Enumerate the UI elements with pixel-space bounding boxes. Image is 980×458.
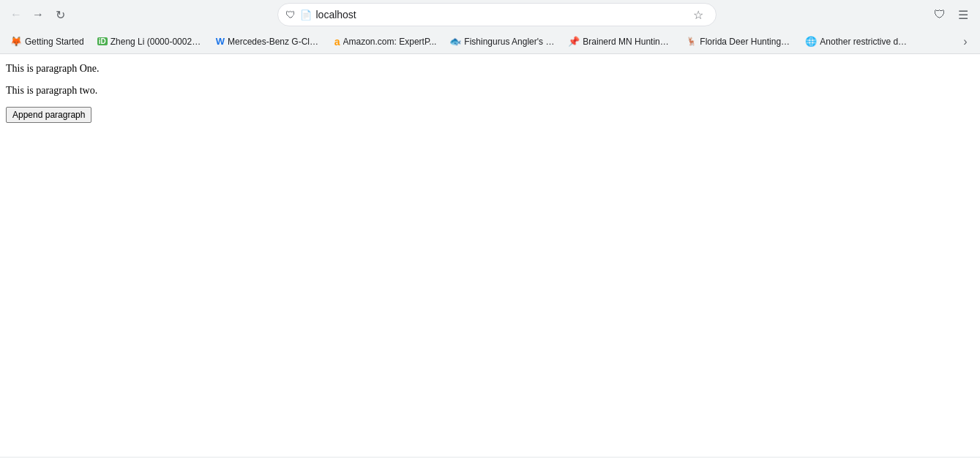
bookmark-label-getting-started: Getting Started — [25, 37, 84, 47]
toolbar-right: 🛡 ☰ — [929, 4, 974, 26]
bookmark-label-florida-deer: Florida Deer Hunting S... — [700, 37, 792, 47]
forward-button[interactable]: → — [28, 4, 48, 25]
address-bar[interactable]: 🛡 📄 ☆ — [277, 3, 717, 26]
bookmark-icon-getting-started: 🦊 — [10, 36, 22, 47]
shield-icon: 🛡 — [285, 9, 296, 20]
refresh-icon: ↻ — [56, 8, 65, 22]
bookmark-label-amazon: Amazon.com: ExpertP... — [343, 37, 437, 47]
paragraph-two: This is paragraph two. — [6, 85, 974, 97]
toolbar-left: ← → ↻ — [6, 4, 70, 25]
bookmark-item-mercedes[interactable]: W Mercedes-Benz G-Clas... — [210, 33, 327, 50]
append-paragraph-button[interactable]: Append paragraph — [6, 107, 91, 123]
paragraph-one: This is paragraph One. — [6, 63, 974, 75]
bookmarks-bar: 🦊 Getting Started iD Zheng Li (0000-0002… — [0, 29, 980, 54]
bookmark-icon-zheng-li: iD — [97, 37, 108, 45]
page-content: This is paragraph One. This is paragraph… — [0, 54, 980, 457]
bookmark-star-button[interactable]: ☆ — [688, 4, 708, 25]
bookmark-item-zheng-li[interactable]: iD Zheng Li (0000-0002-3... — [91, 34, 209, 50]
bookmark-item-florida-deer[interactable]: 🦌 Florida Deer Hunting S... — [681, 34, 798, 50]
bookmark-icon-florida-deer: 🦌 — [687, 37, 697, 46]
shield-toolbar-button[interactable]: 🛡 — [929, 4, 951, 26]
back-button[interactable]: ← — [6, 4, 26, 25]
bookmark-icon-fishingurus: 🐟 — [449, 36, 461, 47]
bookmark-label-mercedes: Mercedes-Benz G-Clas... — [228, 37, 321, 47]
bookmark-label-another-restrictive: Another restrictive dee... — [820, 37, 910, 47]
bookmark-icon-amazon: a — [334, 36, 340, 48]
star-icon: ☆ — [693, 8, 703, 22]
bookmark-icon-brainerd: 📌 — [568, 36, 580, 47]
toolbar: ← → ↻ 🛡 📄 ☆ 🛡 ☰ — [0, 0, 980, 29]
bookmark-icon-mercedes: W — [216, 36, 225, 47]
bookmark-label-brainerd: Brainerd MN Hunting ... — [583, 37, 673, 47]
refresh-button[interactable]: ↻ — [50, 4, 70, 25]
bookmark-label-zheng-li: Zheng Li (0000-0002-3... — [111, 37, 203, 47]
bookmark-item-brainerd[interactable]: 📌 Brainerd MN Hunting ... — [562, 33, 679, 50]
menu-icon: ☰ — [958, 8, 968, 22]
toolbar-middle: 🛡 📄 ☆ — [73, 3, 920, 26]
bookmark-item-amazon[interactable]: a Amazon.com: ExpertP... — [329, 33, 443, 50]
bookmark-item-another-restrictive[interactable]: 🌐 Another restrictive dee... — [799, 33, 916, 50]
page-doc-icon: 📄 — [300, 10, 312, 20]
chevron-right-icon: › — [963, 35, 967, 48]
address-input[interactable] — [316, 9, 684, 20]
bookmark-item-getting-started[interactable]: 🦊 Getting Started — [4, 33, 90, 50]
bookmark-item-fishingurus[interactable]: 🐟 Fishingurus Angler's I... — [444, 33, 561, 50]
bookmarks-more-button[interactable]: › — [955, 31, 976, 52]
menu-button[interactable]: ☰ — [952, 4, 974, 26]
forward-icon: → — [32, 8, 44, 21]
back-icon: ← — [10, 8, 22, 21]
browser-chrome: ← → ↻ 🛡 📄 ☆ 🛡 ☰ — [0, 0, 980, 457]
bookmark-label-fishingurus: Fishingurus Angler's I... — [464, 37, 555, 47]
shield-toolbar-icon: 🛡 — [934, 8, 946, 21]
bookmark-icon-another-restrictive: 🌐 — [805, 36, 817, 47]
